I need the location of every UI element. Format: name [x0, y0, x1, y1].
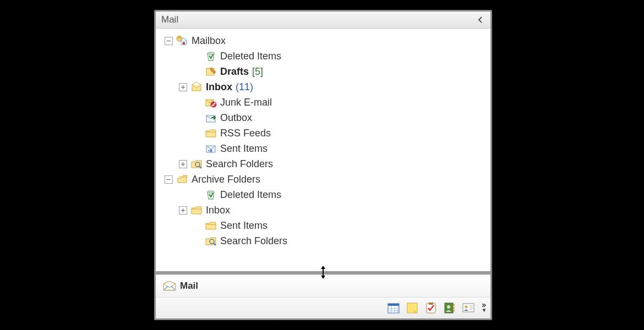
contacts-icon[interactable] [443, 302, 456, 314]
mail-nav-label: Mail [180, 280, 198, 292]
folder-label: Mailbox [192, 33, 226, 48]
folder-label: Deleted Items [220, 187, 281, 202]
mail-navigation-pane: Mail MailboxDeleted ItemsDrafts[5]Inbox(… [154, 10, 492, 320]
svg-rect-30 [453, 310, 455, 311]
svg-rect-28 [453, 304, 455, 306]
junk-icon [205, 97, 217, 108]
collapse-toggle[interactable] [165, 175, 173, 184]
svg-rect-29 [453, 307, 455, 309]
pane-splitter[interactable] [156, 271, 490, 274]
calendar-icon[interactable] [387, 302, 400, 314]
tree-item-search-folders[interactable]: Search Folders [158, 156, 488, 172]
folder-icon [205, 220, 217, 231]
searchfolder-icon [205, 235, 217, 246]
addressbook-icon[interactable] [462, 302, 475, 314]
folder-label: RSS Feeds [220, 125, 271, 141]
folder-label: Archive Folders [192, 172, 260, 187]
trash-icon [205, 189, 217, 200]
pane-title: Mail [161, 14, 178, 25]
folder-label: Deleted Items [220, 48, 281, 64]
tree-item-search-folders[interactable]: Search Folders [158, 233, 488, 249]
folder-tree: MailboxDeleted ItemsDrafts[5]Inbox(11)Ju… [156, 29, 490, 271]
svg-rect-26 [429, 302, 433, 305]
folder-label: Junk E-mail [220, 95, 272, 110]
trash-icon [205, 51, 217, 62]
resize-vertical-icon [318, 265, 328, 280]
tree-group-mailbox[interactable]: Mailbox [158, 33, 488, 48]
nav-toolbar: » ▾ [156, 298, 490, 318]
collapse-pane-button[interactable] [476, 15, 485, 24]
searchfolder-icon [190, 158, 203, 169]
chevron-left-icon [478, 16, 483, 23]
tree-item-drafts[interactable]: Drafts[5] [158, 64, 488, 79]
svg-rect-1 [183, 42, 185, 45]
folder-label: Sent Items [220, 218, 268, 233]
folder-label: Inbox [206, 202, 230, 218]
svg-rect-18 [388, 304, 399, 306]
folder-label: Search Folders [206, 156, 273, 172]
archive-icon [176, 174, 188, 185]
expand-toggle[interactable] [179, 83, 187, 91]
outbox-icon [205, 112, 217, 123]
item-count: (11) [236, 79, 253, 95]
folder-label: Search Folders [220, 233, 287, 249]
tree-item-rss-feeds[interactable]: RSS Feeds [158, 125, 488, 141]
tree-item-deleted-items[interactable]: Deleted Items [158, 187, 488, 202]
folder-label: Drafts [220, 64, 249, 79]
folder-label: Sent Items [220, 141, 268, 156]
item-count: [5] [252, 64, 263, 79]
sent-icon [205, 143, 217, 154]
folder-icon [190, 205, 203, 216]
expand-toggle[interactable] [179, 206, 187, 215]
tree-item-inbox[interactable]: Inbox(11) [158, 79, 488, 95]
envelope-icon [162, 280, 177, 292]
expand-toggle[interactable] [179, 160, 187, 168]
tree-item-junk-e-mail[interactable]: Junk E-mail [158, 95, 488, 110]
collapse-toggle[interactable] [165, 37, 173, 45]
mailbox-icon [176, 35, 188, 46]
tree-item-sent-items[interactable]: Sent Items [158, 141, 488, 156]
tasks-icon[interactable] [424, 302, 438, 314]
tree-item-deleted-items[interactable]: Deleted Items [158, 48, 488, 64]
inbox-icon [190, 81, 203, 92]
svg-point-13 [208, 191, 214, 193]
folder-label: Inbox [206, 79, 232, 95]
svg-point-31 [447, 305, 450, 309]
folder-icon [205, 128, 217, 139]
tree-item-sent-items[interactable]: Sent Items [158, 218, 488, 233]
folder-label: Outbox [220, 110, 252, 125]
svg-point-33 [465, 306, 468, 309]
tree-item-outbox[interactable]: Outbox [158, 110, 488, 125]
notes-icon[interactable] [406, 302, 419, 314]
tree-item-inbox[interactable]: Inbox [158, 202, 488, 218]
svg-point-2 [208, 52, 214, 54]
pane-header: Mail [156, 12, 490, 29]
tree-group-archive-folders[interactable]: Archive Folders [158, 172, 488, 187]
toolbar-overflow-button[interactable]: » ▾ [482, 302, 486, 314]
chevron-down-icon: ▾ [483, 308, 485, 314]
drafts-icon [205, 66, 217, 77]
